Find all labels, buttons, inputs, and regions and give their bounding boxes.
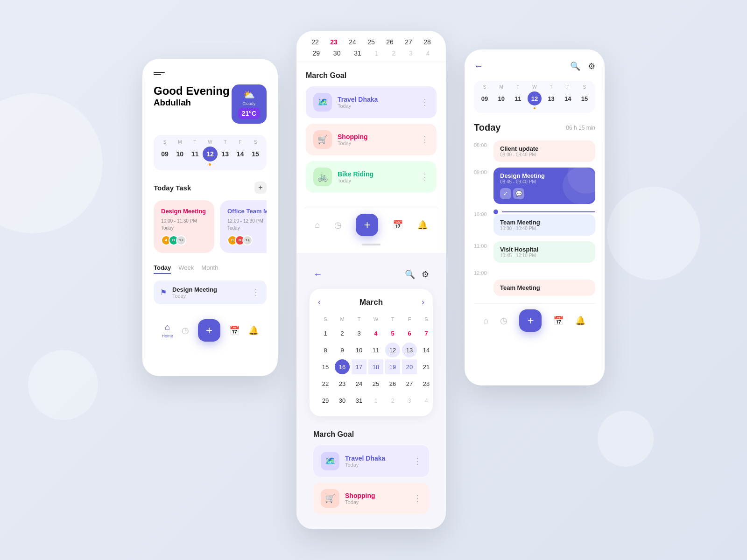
- cal-day[interactable]: 26: [385, 376, 400, 391]
- cal-day[interactable]: 22: [318, 376, 333, 391]
- goal-card-travel-bottom[interactable]: 🗺️ Travel Dhaka Today ⋮: [313, 445, 429, 477]
- cal-day-highlighted[interactable]: 4: [368, 326, 383, 341]
- week-day-mon[interactable]: M 10: [494, 84, 508, 109]
- nav-home[interactable]: ⌂ Home: [162, 322, 173, 338]
- filter-icon[interactable]: ⚙: [422, 269, 429, 280]
- cal-day[interactable]: 21: [419, 359, 434, 374]
- nav-home[interactable]: ⌂: [315, 220, 320, 230]
- week-day-fri[interactable]: F 14: [233, 140, 248, 166]
- nav-clock[interactable]: ◷: [182, 325, 189, 336]
- cal-day-range[interactable]: 20: [402, 359, 417, 374]
- cal-cell: 31: [354, 49, 361, 57]
- cal-day[interactable]: 1: [318, 326, 333, 341]
- more-options-icon[interactable]: ⋮: [413, 493, 422, 504]
- back-arrow-icon[interactable]: ←: [313, 269, 323, 280]
- cal-day-range[interactable]: 17: [352, 359, 366, 374]
- filter-icon[interactable]: ⚙: [588, 61, 595, 71]
- nav-calendar[interactable]: 📅: [393, 220, 403, 230]
- nav-bell[interactable]: 🔔: [417, 220, 428, 230]
- cal-day[interactable]: 14: [419, 343, 434, 357]
- week-day-sat[interactable]: S 15: [578, 84, 592, 109]
- add-button[interactable]: +: [198, 319, 220, 342]
- cal-day-highlighted[interactable]: 5: [385, 326, 400, 341]
- week-day-thu[interactable]: T 13: [544, 84, 558, 109]
- cal-day[interactable]: 30: [335, 393, 350, 408]
- more-options-icon[interactable]: ⋮: [413, 456, 422, 466]
- cal-day[interactable]: 29: [318, 393, 333, 408]
- week-day-thu[interactable]: T 13: [218, 140, 233, 166]
- cal-day-today[interactable]: 16: [335, 359, 350, 374]
- nav-bell[interactable]: 🔔: [248, 325, 259, 336]
- goal-card-bike[interactable]: 🚲 Bike Riding Today ⋮: [306, 161, 437, 193]
- bg-decoration-2: [28, 350, 98, 420]
- cal-day-highlighted[interactable]: 7: [419, 326, 434, 341]
- cal-day-highlighted[interactable]: 6: [402, 326, 417, 341]
- week-day-sat[interactable]: S 15: [248, 140, 263, 166]
- nav-clock[interactable]: ◷: [334, 220, 342, 230]
- more-options-icon[interactable]: ⋮: [421, 172, 429, 182]
- cal-day[interactable]: 10: [352, 343, 366, 357]
- task-card-office[interactable]: Office Team Meeting 12:00 - 12:30 PM Tod…: [220, 200, 267, 253]
- add-button[interactable]: +: [519, 309, 542, 332]
- week-day-mon[interactable]: M 10: [172, 140, 187, 166]
- back-button[interactable]: ←: [474, 61, 483, 71]
- add-task-button[interactable]: +: [254, 182, 267, 194]
- cal-day[interactable]: 23: [335, 376, 350, 391]
- tab-month[interactable]: Month: [201, 264, 218, 274]
- event-design-meeting[interactable]: Design Meeting 08:45 - 09:40 PM ✓ 💬: [493, 168, 595, 204]
- week-day-tue[interactable]: T 11: [188, 140, 203, 166]
- goal-card-shopping[interactable]: 🛒 Shopping Today ⋮: [306, 124, 437, 155]
- user-name: Abdullah: [154, 98, 230, 108]
- cal-day[interactable]: 8: [318, 343, 333, 357]
- cal-day[interactable]: 15: [318, 359, 333, 374]
- cal-day[interactable]: 9: [335, 343, 350, 357]
- nav-bell[interactable]: 🔔: [575, 315, 585, 326]
- nav-calendar[interactable]: 📅: [553, 315, 564, 326]
- day-header: W: [368, 315, 383, 324]
- cal-day[interactable]: 28: [419, 376, 434, 391]
- add-button[interactable]: +: [356, 214, 378, 236]
- greeting-section: Good Evening Abdullah ⛅ Cloudy 21°C: [154, 84, 267, 124]
- cal-day[interactable]: 25: [368, 376, 383, 391]
- event-team-meeting[interactable]: Team Meeting 10:00 - 10:40 PM: [493, 214, 595, 236]
- week-day-fri[interactable]: F 14: [561, 84, 575, 109]
- event-client-update[interactable]: Client update 08:00 - 08:40 PM: [493, 140, 595, 162]
- search-icon[interactable]: 🔍: [405, 269, 415, 280]
- cal-day[interactable]: 31: [352, 393, 366, 408]
- next-month-button[interactable]: ›: [422, 297, 424, 307]
- hamburger-menu-icon[interactable]: [154, 72, 267, 75]
- event-team-meeting-bottom[interactable]: Team Meeting: [493, 280, 595, 296]
- search-icon[interactable]: 🔍: [570, 61, 580, 71]
- current-time-dot: [493, 210, 498, 214]
- march-goal-section-bottom: March Goal 🗺️ Travel Dhaka Today ⋮ 🛒 Sho…: [304, 421, 438, 529]
- cal-day[interactable]: 27: [402, 376, 417, 391]
- event-visit-hospital[interactable]: Visit Hospital 10:45 - 12:10 PM: [493, 241, 595, 263]
- week-day-tue[interactable]: T 11: [511, 84, 525, 109]
- cal-day[interactable]: 24: [352, 376, 366, 391]
- nav-home[interactable]: ⌂: [484, 316, 489, 326]
- prev-month-button[interactable]: ‹: [318, 297, 321, 307]
- goal-card-travel[interactable]: 🗺️ Travel Dhaka Today ⋮: [306, 86, 437, 118]
- task-card-design[interactable]: Design Meeting 10:00 - 11:30 PM Today A …: [154, 200, 214, 253]
- cal-day-range[interactable]: 18: [368, 359, 383, 374]
- cal-day[interactable]: 12: [385, 343, 400, 357]
- nav-calendar[interactable]: 📅: [229, 325, 240, 336]
- time-row-9: 09:00 Design Meeting 08:45 - 09:40 PM ✓ …: [474, 168, 595, 206]
- cal-day-range[interactable]: 19: [385, 359, 400, 374]
- cal-day[interactable]: 11: [368, 343, 383, 357]
- week-day-wed-active[interactable]: W 12: [528, 84, 542, 109]
- cal-day[interactable]: 13: [402, 343, 417, 357]
- tab-week[interactable]: Week: [178, 264, 194, 274]
- goal-card-shopping-bottom[interactable]: 🛒 Shopping Today ⋮: [313, 483, 429, 514]
- more-options-icon[interactable]: ⋮: [421, 134, 429, 145]
- cal-day[interactable]: 3: [352, 326, 366, 341]
- more-options-icon[interactable]: ⋮: [252, 287, 260, 297]
- week-day-sun[interactable]: S 09: [157, 140, 172, 166]
- schedule-item[interactable]: ⚑ Design Meeting Today ⋮: [154, 280, 267, 304]
- week-day-wed-active[interactable]: W 12: [203, 140, 218, 166]
- nav-clock[interactable]: ◷: [500, 315, 507, 326]
- more-options-icon[interactable]: ⋮: [421, 97, 429, 107]
- week-day-sun[interactable]: S 09: [478, 84, 492, 109]
- tab-today[interactable]: Today: [154, 264, 171, 274]
- cal-day[interactable]: 2: [335, 326, 350, 341]
